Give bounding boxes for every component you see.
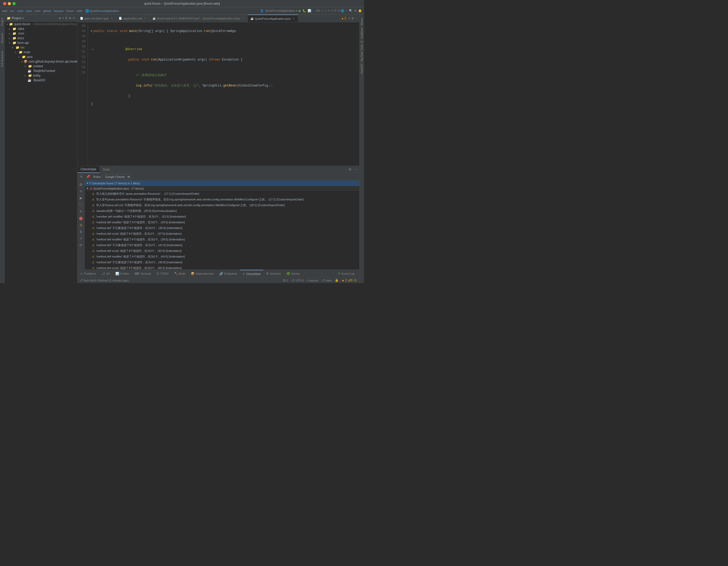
result-item[interactable]: ⚠ 'method def' 子元素缩进了8个缩进符，应为4个。(41:9) […	[85, 242, 359, 248]
sbt-checkstyle[interactable]: ✓ CheckStyle	[240, 270, 263, 277]
result-file[interactable]: ▾ 🖥 QuickForumApplication.java : 17 item…	[85, 186, 359, 191]
sbt-git[interactable]: ⎇ Git	[99, 270, 112, 277]
nav-main[interactable]: main	[17, 9, 23, 12]
refresh-btn[interactable]: ⟳	[78, 242, 84, 248]
sbt-profiler[interactable]: 📊 Profiler	[113, 270, 132, 277]
result-item[interactable]: ⚠ 导入组之前的额外空行 'javax.annotation.Resource'…	[85, 191, 359, 197]
collapse-all-btn[interactable]: ≡	[78, 188, 84, 194]
nav-web[interactable]: web	[2, 9, 7, 12]
maximize-button[interactable]	[12, 2, 16, 5]
encoding-status[interactable]: LF UTF-8	[292, 279, 304, 282]
result-item[interactable]: ⚠ Javadoc的第一句缺少一个结束时期。(20:0) [SummaryJav…	[85, 208, 359, 214]
right-label-maven[interactable]: Maven	[360, 17, 363, 26]
sbt-problems[interactable]: ⚠ Problems	[77, 270, 99, 277]
result-item[interactable]: ⚠ 导入语句'java.util.List' 字典顺序错误。应在'org.spr…	[85, 202, 359, 208]
sbt-build[interactable]: 🔨 Build	[171, 270, 188, 277]
tab-checkstyle[interactable]: CheckStyle	[77, 166, 100, 173]
result-item[interactable]: ⚠ 'method def rcurly' 缩进了4个缩进符，应为2个。(37:…	[85, 231, 359, 237]
tab-close[interactable]: ✕	[143, 17, 147, 20]
collapse-icon[interactable]: ≡	[62, 16, 64, 20]
close-button[interactable]	[3, 2, 6, 5]
tree-item-package[interactable]: 📦 com.github.liuyueyi.forum.api.model	[5, 59, 77, 64]
minimize-button[interactable]	[8, 2, 11, 5]
tab-close[interactable]: ✕	[292, 17, 295, 21]
tree-item-reqinfocontext[interactable]: ☕ ReqInfoContext	[5, 69, 77, 73]
run-config-btn[interactable]: ▶	[299, 9, 301, 12]
tree-project-root[interactable]: 📁 quick-forum ~/Documents/GitHub/quick-f…	[5, 22, 77, 26]
pin-btn[interactable]: 📌	[85, 174, 91, 179]
rerun-btn[interactable]: ↻	[78, 209, 84, 214]
expand-icon[interactable]: ∧	[348, 17, 350, 20]
person-icon[interactable]: 👤	[260, 9, 264, 12]
result-item[interactable]: ⚠ 导入语句'javax.annotation.Resource' 字典顺序错误…	[85, 197, 359, 202]
right-label-database[interactable]: Database	[360, 26, 363, 40]
tab-close[interactable]: ✕	[110, 17, 113, 20]
sbt-spring[interactable]: 🌿 Spring	[284, 270, 302, 277]
settings-icon[interactable]: ⚙	[354, 9, 357, 12]
nav-github[interactable]: github	[43, 9, 51, 12]
settings-btn[interactable]: ⚙	[347, 167, 353, 172]
gear-icon[interactable]: ⚙	[69, 16, 71, 20]
result-item[interactable]: ⚠ 'method def rcurly' 缩进了4个缩进符，应为2个。(46:…	[85, 265, 359, 270]
result-item[interactable]: ⚠ 'method def modifier' 缩进了4个缩进符，应为2个。(4…	[85, 254, 359, 260]
profile-btn[interactable]: 📊	[308, 9, 311, 12]
result-item[interactable]: ⚠ 'method def' 子元素缩进了8个缩进符，应为4个。(36:9) […	[85, 225, 359, 231]
sidebar-label-structure[interactable]: Structure	[1, 32, 4, 45]
error-filter-btn[interactable]: ⬤	[78, 215, 84, 221]
result-item[interactable]: ⚠ 'method def' 子元素缩进了8个缩进符，应为4个。(45:9) […	[85, 260, 359, 265]
debug-btn[interactable]: 🐛	[302, 9, 306, 12]
result-item[interactable]: ⚠ 'method def modifier' 缩进了4个缩进符，应为2个。(3…	[85, 237, 359, 242]
expand-all-btn[interactable]: ⊞	[78, 182, 84, 187]
close-sidebar-icon[interactable]: ✕	[72, 16, 75, 20]
tree-item-context[interactable]: 📁 context	[5, 64, 77, 69]
export-btn[interactable]: ↗	[78, 236, 84, 241]
tab-java-active[interactable]: ☕ QuickForumApplication.java ✕	[248, 15, 298, 22]
notification-icon[interactable]: 🔔	[358, 9, 362, 12]
play-btn[interactable]: ▶	[78, 195, 84, 201]
result-item[interactable]: ⚠ 'method def modifier' 缩进了4个缩进符，应为2个。(3…	[85, 220, 359, 225]
tab-scan[interactable]: Scan	[100, 166, 113, 173]
run-gutter[interactable]: ▶	[91, 29, 92, 34]
sbt-endpoints[interactable]: 🔗 Endpoints	[217, 270, 240, 277]
split-icon[interactable]: ⊞	[352, 17, 354, 20]
nav-liuyueyi[interactable]: liuyueyi	[54, 9, 64, 12]
nav-forum[interactable]: forum	[67, 9, 74, 12]
nav-web2[interactable]: web	[77, 9, 82, 12]
sbt-services[interactable]: ⚙ Services	[263, 270, 284, 277]
sbt-terminal[interactable]: ⌨ Terminal	[132, 270, 154, 277]
sbt-todo[interactable]: ☑ TODO	[154, 270, 171, 277]
indent-status[interactable]: 4 spaces	[307, 279, 318, 282]
code-content[interactable]: ▶ public static void main(String[] args)…	[88, 22, 359, 166]
tree-item-docs[interactable]: 📁 docs	[5, 36, 77, 41]
right-label-visualgc[interactable]: VisualGC	[360, 62, 363, 75]
tree-item-idea[interactable]: 📁 .idea	[5, 26, 77, 31]
tab-class[interactable]: ☕ forum-web-0.0.1-SNAPSHOT.jar!/…/QuickF…	[150, 15, 248, 22]
tree-item-java[interactable]: 📁 java	[5, 55, 77, 59]
rules-select[interactable]: Google Checks	[102, 174, 131, 180]
locate-icon[interactable]: ⊕	[58, 16, 61, 20]
right-label-bigdata[interactable]: Big Data Tools	[360, 44, 363, 62]
search-btn[interactable]: 🔍	[349, 9, 353, 12]
position-status[interactable]: 55:1	[283, 279, 288, 282]
right-label-d[interactable]: D	[360, 40, 363, 44]
close-btn[interactable]: ✕	[79, 174, 84, 179]
sbt-dependencies[interactable]: 📦 Dependencies	[188, 270, 217, 277]
result-item[interactable]: ⚠ 'member def modifier' 缩进了4个缩进符，应为2个。(3…	[85, 214, 359, 220]
tab-yml[interactable]: 📄 application.yml ✕	[116, 15, 150, 22]
tree-item-main[interactable]: 📁 main	[5, 50, 77, 55]
tab-pom[interactable]: 📄 pom.xml (form-api) ✕	[77, 15, 116, 22]
code-editor[interactable]: 43 44 48 49 50 51 52 53 54 55	[77, 22, 359, 166]
tree-item-form-api[interactable]: 📁 form-api	[5, 41, 77, 45]
nav-active-file[interactable]: QuickForumApplication	[90, 9, 119, 12]
tree-item-mvn[interactable]: 📁 .mvn	[5, 31, 77, 36]
more-tabs-icon[interactable]: ⋯	[355, 17, 358, 20]
nav-java[interactable]: java	[27, 9, 32, 12]
nav-src[interactable]: src	[10, 9, 14, 12]
warn-filter-btn[interactable]: ⚠	[78, 222, 84, 228]
minimize-panel-btn[interactable]: −	[354, 167, 358, 172]
nav-com[interactable]: com	[35, 9, 40, 12]
branch-status[interactable]: ⎇ main	[321, 279, 332, 282]
tree-item-src[interactable]: 📁 src	[5, 45, 77, 50]
info-filter-btn[interactable]: ℹ	[78, 229, 84, 235]
tree-item-basedo[interactable]: ☕ BaseDO	[5, 78, 77, 83]
